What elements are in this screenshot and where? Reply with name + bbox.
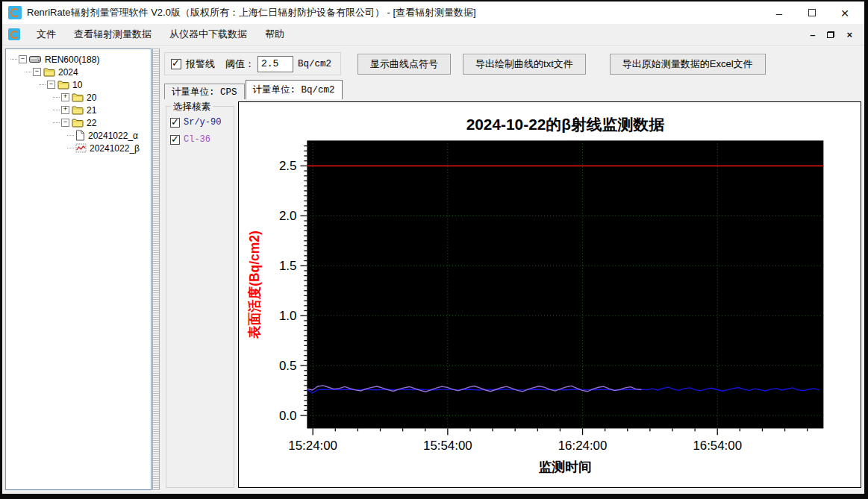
x-axis-label: 监测时间	[539, 459, 592, 474]
tree-item[interactable]: −22	[7, 116, 149, 129]
tree-item-label: 21	[87, 105, 96, 116]
collapse-icon[interactable]: −	[33, 68, 41, 76]
tree-item-label: 22	[87, 118, 96, 128]
tree-item[interactable]: −2024	[7, 66, 149, 78]
alarm-line-checkbox[interactable]: ✓	[171, 59, 181, 69]
folder-icon	[72, 118, 84, 128]
tree-item[interactable]: −10	[7, 78, 149, 91]
tree-item-label: REN600(188)	[45, 54, 99, 65]
show-curve-points-button[interactable]: 显示曲线点符号	[357, 54, 451, 75]
y-axis-label: 表面活度(Bq/cm2)	[247, 230, 262, 339]
folder-icon	[43, 67, 55, 77]
menu-file[interactable]: 文件	[28, 25, 65, 44]
tree-connector-line	[53, 97, 60, 98]
chart-file-icon	[75, 143, 87, 153]
nuclide-label: Cl-36	[184, 134, 210, 145]
x-tick-label: 15:24:00	[288, 439, 337, 453]
device-icon	[29, 54, 42, 64]
alarm-line-label: 报警线	[186, 57, 215, 71]
chart-title: 2024-10-22的β射线监测数据	[466, 116, 665, 133]
maximize-button[interactable]	[796, 3, 828, 22]
tree-connector-line	[67, 135, 74, 136]
expand-icon[interactable]: +	[61, 106, 69, 114]
check-icon: ✓	[172, 57, 180, 69]
tree-item[interactable]: −REN600(188)	[7, 53, 149, 66]
tree-item-label: 10	[72, 80, 82, 90]
tree-connector-line	[10, 59, 17, 60]
close-icon: ×	[840, 6, 849, 20]
document-logo-icon	[8, 28, 20, 40]
tree-item[interactable]: 20241022_α	[7, 129, 149, 142]
minimize-button[interactable]: –	[763, 3, 796, 22]
measurement-tree: −REN600(188)−2024−10+20+21−2220241022_α2…	[5, 48, 152, 490]
maximize-icon	[808, 9, 816, 16]
tree-item[interactable]: 20241022_β	[7, 142, 149, 154]
x-tick-label: 16:54:00	[693, 439, 742, 453]
expand-icon[interactable]: +	[61, 93, 69, 101]
tree-item[interactable]: +20	[7, 91, 149, 104]
alarm-line-group: ✓ 报警线 阈值： Bq/cm2	[164, 52, 341, 75]
app-logo-icon	[8, 6, 22, 19]
y-tick-label: 2.5	[279, 159, 296, 173]
nuclide-box-title: 选择核素	[171, 101, 213, 113]
mdi-restore-button[interactable]	[827, 31, 834, 38]
check-icon: ✓	[171, 116, 179, 128]
collapse-icon[interactable]: −	[61, 119, 69, 127]
folder-icon	[72, 92, 84, 102]
nuclide-checkbox-cl-36[interactable]: ✓	[170, 135, 180, 145]
mdi-minimize-button[interactable]: –	[810, 30, 815, 40]
tree-item[interactable]: +21	[7, 104, 149, 116]
nuclide-item-sr-y-90: ✓ Sr/y-90	[170, 117, 230, 128]
document-icon	[75, 130, 85, 141]
tree-item-label: 20	[87, 92, 96, 103]
collapse-icon[interactable]: −	[47, 81, 55, 89]
folder-icon	[57, 80, 69, 90]
y-tick-label: 1.0	[279, 309, 296, 323]
main-area: −REN600(188)−2024−10+20+21−2220241022_α2…	[2, 45, 864, 494]
mdi-window-controls: – ×	[810, 30, 860, 40]
nuclide-label: Sr/y-90	[184, 117, 221, 128]
collapse-icon[interactable]: −	[19, 55, 27, 63]
tree-connector-line	[39, 84, 46, 85]
tree-connector-line	[67, 148, 74, 148]
tab-unit-cps[interactable]: 计量单位: CPS	[164, 84, 245, 99]
tree-item-label: 2024	[58, 67, 78, 78]
window-title: RenriRate辐射剂量管理软件 V2.0版（版权所有：上海仁日辐射防护设备有…	[27, 6, 763, 19]
menu-bar: 文件 查看辐射测量数据 从仪器中下载数据 帮助 – ×	[2, 24, 864, 45]
y-tick-label: 0.0	[279, 409, 296, 423]
folder-icon	[72, 105, 84, 115]
x-tick-label: 15:54:00	[423, 439, 472, 453]
tree-connector-line	[53, 122, 60, 123]
tab-unit-bqcm2[interactable]: 计量单位: Bq/cm2	[246, 80, 343, 99]
toolbar: ✓ 报警线 阈值： Bq/cm2 显示曲线点符号 导出绘制曲线的txt文件 导出…	[164, 50, 861, 78]
tree-item-label: 20241022_α	[88, 131, 138, 141]
monitoring-chart: 2024-10-22的β射线监测数据0.00.51.01.52.02.515:2…	[239, 102, 861, 487]
plot-area	[307, 140, 823, 428]
nuclide-select-box: 选择核素 ✓ Sr/y-90 ✓ Cl-36	[166, 106, 234, 488]
y-tick-label: 1.5	[279, 259, 296, 273]
title-bar: RenriRate辐射剂量管理软件 V2.0版（版权所有：上海仁日辐射防护设备有…	[2, 1, 864, 24]
tree-connector-line	[25, 72, 31, 72]
nuclide-checkbox-sr-y-90[interactable]: ✓	[170, 118, 180, 128]
threshold-input[interactable]	[257, 56, 293, 72]
unit-tab-strip: 计量单位: CPS 计量单位: Bq/cm2	[164, 79, 861, 99]
check-icon: ✓	[171, 134, 179, 145]
splitter[interactable]	[152, 48, 160, 490]
tab-content: 选择核素 ✓ Sr/y-90 ✓ Cl-36 2024-10-22的β射线监测数…	[164, 101, 861, 490]
y-tick-label: 0.5	[279, 359, 296, 373]
right-panel: ✓ 报警线 阈值： Bq/cm2 显示曲线点符号 导出绘制曲线的txt文件 导出…	[160, 48, 863, 490]
export-curve-txt-button[interactable]: 导出绘制曲线的txt文件	[463, 54, 586, 75]
x-tick-label: 16:24:00	[558, 439, 608, 453]
menu-download-from-device[interactable]: 从仪器中下载数据	[160, 25, 256, 44]
nuclide-item-cl-36: ✓ Cl-36	[170, 134, 230, 145]
threshold-unit: Bq/cm2	[298, 59, 331, 69]
app-window: RenriRate辐射剂量管理软件 V2.0版（版权所有：上海仁日辐射防护设备有…	[0, 0, 868, 499]
menu-help[interactable]: 帮助	[256, 25, 293, 44]
menu-view-radiation-data[interactable]: 查看辐射测量数据	[65, 25, 160, 44]
export-excel-button[interactable]: 导出原始测量数据的Excel文件	[610, 54, 766, 75]
y-tick-label: 2.0	[279, 209, 296, 223]
threshold-label: 阈值：	[225, 57, 255, 71]
tree-connector-line	[53, 110, 60, 110]
close-button[interactable]: ×	[828, 3, 861, 22]
mdi-close-button[interactable]: ×	[846, 30, 852, 40]
